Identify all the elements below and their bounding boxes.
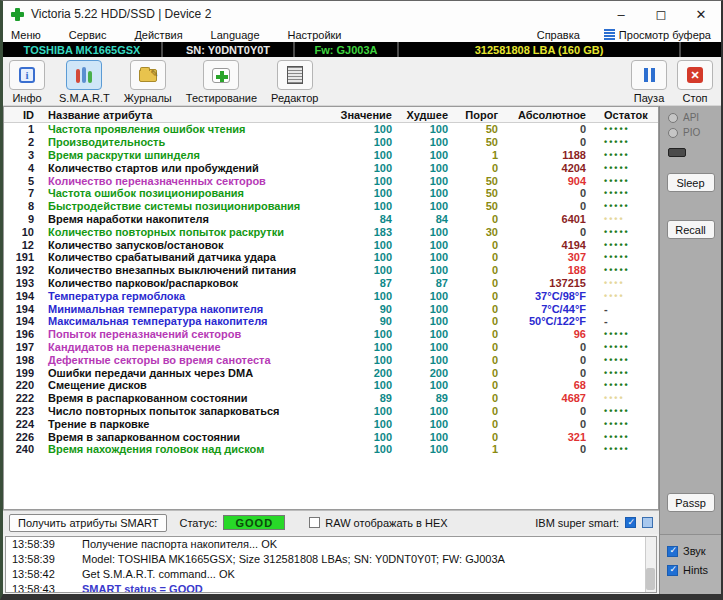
api-radio[interactable] [668,113,678,123]
table-row[interactable]: 4Количество стартов или пробуждений10010… [4,161,658,174]
attr-name: Количество стартов или пробуждений [40,162,334,174]
table-row[interactable]: 2Производительность100100500••••• [4,136,658,149]
table-row[interactable]: 222Время в распаркованном состоянии89890… [4,392,658,405]
attr-id: 194 [4,290,40,302]
table-row[interactable]: 9Время наработки накопителя848406401•••• [4,213,658,226]
title-bar: Victoria 5.22 HDD/SSD | Device 2 – ◻ ✕ [3,1,721,27]
col-remain: Остаток [594,109,658,121]
table-row[interactable]: 223Число повторных попыток запарковаться… [4,405,658,418]
testing-button[interactable]: Тестирование [186,60,257,104]
attr-remain: •••• [594,214,658,224]
menu-main[interactable]: Меню [11,29,41,41]
ibm-smart-checkbox[interactable] [625,517,636,528]
attr-remain: ••••• [594,368,658,378]
get-smart-button[interactable]: Получить атрибуты SMART [9,514,167,532]
journals-folder-icon [139,69,157,82]
raw-hex-group[interactable]: RAW отображать в HEX [309,517,447,529]
pio-radio[interactable] [668,128,678,138]
journals-button[interactable]: Журналы [124,60,172,104]
device-info-bar: TOSHIBA MK1665GSX SN: Y0DNT0Y0T Fw: GJ00… [3,42,721,57]
table-row[interactable]: 193Количество парковок/распарковок878701… [4,277,658,290]
attr-absolute: 307 [506,251,594,263]
attr-absolute: 0 [506,405,594,417]
stop-button[interactable]: ✕ Стоп [677,60,713,104]
passport-button[interactable]: Passp [667,493,715,512]
attr-absolute: 1188 [506,149,594,161]
menu-settings[interactable]: Настройки [288,29,342,41]
attr-id: 226 [4,431,40,443]
menu-language[interactable]: Language [211,29,260,41]
attr-name: Температура гермоблока [40,290,334,302]
table-row[interactable]: 199Ошибки передачи данных через DMA20020… [4,366,658,379]
smart-attributes-table: ID Название атрибута Значение Худшее Пор… [3,106,659,510]
info-button[interactable]: i Инфо [9,60,45,104]
sleep-button[interactable]: Sleep [667,173,715,192]
raw-hex-checkbox[interactable] [309,517,320,528]
attr-value: 100 [334,418,400,430]
table-row[interactable]: 194Максимальная температура накопителя90… [4,315,658,328]
menu-bar: Меню Сервис Действия Language Настройки … [3,27,721,42]
editor-button[interactable]: Редактор [271,60,318,104]
table-row[interactable]: 224Трение в парковке10010000••••• [4,417,658,430]
table-row[interactable]: 240Время нахождения головок над диском10… [4,443,658,456]
attr-name: Количество переназначенных секторов [40,175,334,187]
col-name: Название атрибута [40,109,334,121]
attr-remain: ••••• [594,150,658,160]
table-row[interactable]: 3Время раскрутки шпинделя10010011188••••… [4,149,658,162]
attr-name: Количество парковок/распарковок [40,277,334,289]
table-row[interactable]: 198Дефектные секторы во время санотеста1… [4,353,658,366]
menu-service[interactable]: Сервис [69,29,107,41]
table-row[interactable]: 194Минимальная температура накопителя901… [4,302,658,315]
table-row[interactable]: 12Количество запусков/остановок100100041… [4,238,658,251]
ibm-smart-secondary-checkbox[interactable] [642,517,653,528]
smart-icon [76,67,92,83]
ibm-smart-group: IBM super smart: [535,517,653,529]
buffer-view-button[interactable]: Просмотр буфера [604,29,711,41]
hints-checkbox-group[interactable]: Hints [667,564,721,576]
attr-remain: ••••• [594,176,658,186]
attr-name: Частота проявления ошибок чтения [40,123,334,135]
table-row[interactable]: 197Кандидатов на переназначение10010000•… [4,341,658,354]
table-row[interactable]: 1Частота проявления ошибок чтения1001005… [4,123,658,136]
table-row[interactable]: 196Попыток переназначений секторов100100… [4,328,658,341]
pio-radio-group[interactable]: PIO [660,127,721,138]
attr-name: Попыток переназначений секторов [40,328,334,340]
attr-remain: ••••• [594,188,658,198]
close-button[interactable]: ✕ [681,1,721,27]
log-scrollbar-thumb[interactable] [646,568,655,590]
table-row[interactable]: 5Количество переназначенных секторов1001… [4,174,658,187]
attr-absolute: 904 [506,175,594,187]
table-row[interactable]: 191Количество срабатываний датчика удара… [4,251,658,264]
attr-absolute: 0 [506,200,594,212]
table-row[interactable]: 220Смещение дисков100100068••••• [4,379,658,392]
table-row[interactable]: 10Количество повторных попыток раскрутки… [4,225,658,238]
table-row[interactable]: 192Количество внезапных выключений питан… [4,264,658,277]
minimize-button[interactable]: – [601,1,641,27]
menu-actions[interactable]: Действия [134,29,182,41]
menu-help[interactable]: Справка [537,29,580,41]
maximize-button[interactable]: ◻ [641,1,681,27]
sound-checkbox[interactable] [667,546,678,557]
attr-value: 100 [334,264,400,276]
log-message: Get S.M.A.R.T. command... OK [64,567,235,582]
attr-worst: 87 [400,277,456,289]
smart-button[interactable]: S.M.A.R.T [59,60,110,104]
log-scrollbar[interactable] [645,537,656,592]
recall-button[interactable]: Recall [667,220,715,239]
sound-checkbox-group[interactable]: Звук [667,545,721,557]
attr-name: Число повторных попыток запарковаться [40,405,334,417]
table-row[interactable]: 226Время в запаркованном состоянии100100… [4,430,658,443]
hints-checkbox[interactable] [667,565,678,576]
attr-absolute: 4204 [506,162,594,174]
attr-threshold: 0 [456,367,506,379]
attr-worst: 100 [400,175,456,187]
attr-name: Количество внезапных выключений питания [40,264,334,276]
attr-value: 100 [334,341,400,353]
table-row[interactable]: 194Температура гермоблока100100037°C/98°… [4,289,658,302]
attr-name: Время в запаркованном состоянии [40,431,334,443]
api-radio-group[interactable]: API [660,112,721,123]
pause-button[interactable]: Пауза [631,60,667,104]
attr-remain: ••••• [594,380,658,390]
table-row[interactable]: 7Частота ошибок позиционирования10010050… [4,187,658,200]
table-row[interactable]: 8Быстродействие системы позиционирования… [4,200,658,213]
